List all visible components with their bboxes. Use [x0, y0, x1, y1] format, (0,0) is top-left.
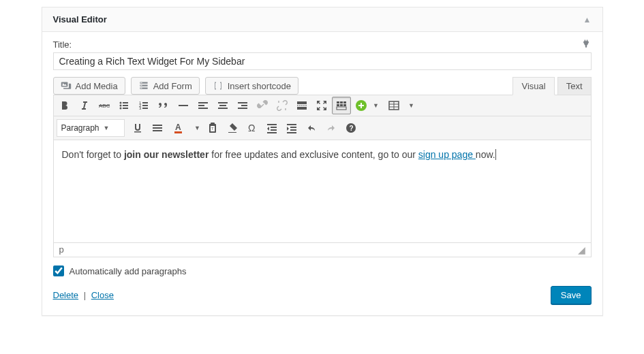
content-link[interactable]: sign up page [418, 149, 476, 160]
help-button[interactable]: ? [341, 119, 361, 137]
save-button[interactable]: Save [551, 286, 592, 304]
outdent-button[interactable] [262, 119, 281, 137]
svg-rect-5 [123, 105, 128, 106]
svg-rect-58 [290, 129, 296, 131]
blockquote-button[interactable] [154, 97, 173, 114]
insert-shortcode-label: Insert shortcode [228, 81, 291, 91]
table-button[interactable] [382, 97, 406, 114]
shortcode-icon [213, 80, 224, 91]
close-link[interactable]: Close [91, 290, 114, 300]
svg-text:A: A [175, 123, 181, 132]
numbered-list-button[interactable]: 123 [134, 97, 153, 114]
svg-rect-42 [153, 125, 162, 126]
align-right-button[interactable] [233, 97, 252, 114]
tab-text[interactable]: Text [557, 77, 592, 95]
svg-rect-28 [297, 107, 307, 110]
svg-rect-59 [287, 132, 296, 133]
editor-content-area[interactable]: Don't forget to join our newsletter for … [54, 140, 591, 242]
text-cursor [495, 149, 496, 160]
svg-rect-29 [337, 101, 339, 103]
svg-rect-9 [142, 102, 148, 103]
svg-rect-26 [297, 101, 307, 104]
title-input[interactable] [53, 52, 592, 70]
bold-button[interactable] [55, 97, 74, 114]
text-color-dropdown[interactable]: ▼ [193, 119, 202, 137]
delete-link[interactable]: Delete [53, 290, 79, 300]
unlink-button[interactable] [273, 97, 292, 114]
hr-button[interactable] [174, 97, 193, 114]
align-left-button[interactable] [194, 97, 213, 114]
link-button[interactable] [253, 97, 272, 114]
underline-button[interactable] [128, 119, 147, 137]
add-form-label: Add Form [153, 81, 192, 91]
editor-wrap: ABC 123 ▼ ▼ Paragra [53, 95, 592, 243]
svg-rect-43 [153, 127, 162, 129]
svg-point-6 [119, 108, 121, 110]
autop-row[interactable]: Automatically add paragraphs [53, 266, 592, 276]
svg-text:T: T [211, 127, 214, 131]
svg-rect-44 [153, 130, 162, 131]
svg-rect-22 [241, 105, 247, 106]
tab-visual[interactable]: Visual [512, 77, 554, 95]
media-icon [61, 80, 72, 91]
format-select-label: Paragraph [61, 123, 99, 133]
indent-button[interactable] [282, 119, 301, 137]
form-icon [138, 80, 149, 91]
redo-button[interactable] [322, 119, 341, 137]
table-dropdown[interactable]: ▼ [407, 97, 416, 114]
svg-point-2 [119, 102, 121, 104]
svg-rect-41 [134, 131, 141, 133]
svg-rect-32 [337, 104, 339, 106]
collapse-toggle-icon[interactable]: ▲ [583, 15, 592, 25]
svg-rect-55 [267, 132, 277, 133]
toolbar-toggle-button[interactable] [332, 97, 351, 114]
add-block-dropdown[interactable]: ▼ [371, 97, 381, 114]
chevron-down-icon: ▼ [104, 125, 110, 131]
svg-text:Ω: Ω [248, 123, 255, 133]
align-center-button[interactable] [213, 97, 232, 114]
svg-rect-35 [337, 107, 346, 110]
bullet-list-button[interactable] [114, 97, 134, 114]
svg-rect-11 [142, 105, 148, 106]
svg-text:?: ? [349, 125, 353, 132]
svg-rect-17 [198, 108, 208, 109]
autop-checkbox[interactable] [53, 266, 64, 276]
svg-rect-7 [123, 108, 128, 109]
undo-button[interactable] [302, 119, 321, 137]
media-buttons-row: Add Media Add Form Insert shortcode Visu… [53, 77, 592, 95]
text-color-button[interactable]: A [168, 119, 192, 137]
resize-handle-icon[interactable]: ◢ [578, 244, 585, 255]
add-media-button[interactable]: Add Media [53, 77, 125, 95]
add-form-button[interactable]: Add Form [131, 77, 200, 95]
insert-shortcode-button[interactable]: Insert shortcode [205, 77, 298, 95]
svg-rect-31 [343, 101, 346, 103]
plug-icon[interactable] [581, 39, 592, 50]
link-separator: | [84, 290, 86, 300]
read-more-button[interactable] [292, 97, 311, 114]
element-path[interactable]: p [59, 244, 64, 255]
add-block-button[interactable] [352, 97, 371, 114]
toolbar-row-2: Paragraph ▼ A ▼ T Ω ? [54, 116, 591, 140]
svg-text:3: 3 [139, 106, 142, 110]
toolbar-row-1: ABC 123 ▼ ▼ [54, 95, 591, 116]
special-char-button[interactable]: Ω [243, 119, 262, 137]
content-text-3: now. [476, 149, 495, 160]
title-row: Title: [53, 39, 592, 50]
svg-rect-52 [267, 124, 277, 125]
fullscreen-button[interactable] [312, 97, 331, 114]
clear-formatting-button[interactable] [223, 119, 242, 137]
svg-rect-20 [218, 108, 228, 109]
widget-header[interactable]: Visual Editor ▲ [42, 7, 602, 32]
svg-rect-33 [340, 104, 343, 106]
italic-button[interactable] [75, 97, 94, 114]
svg-rect-19 [219, 105, 226, 106]
strikethrough-button[interactable]: ABC [95, 97, 114, 114]
format-select[interactable]: Paragraph ▼ [57, 119, 125, 137]
svg-rect-15 [198, 102, 208, 103]
svg-rect-30 [340, 101, 343, 103]
widget-title: Visual Editor [53, 14, 107, 25]
autop-label: Automatically add paragraphs [70, 266, 187, 276]
paste-text-button[interactable]: T [203, 119, 222, 137]
justify-button[interactable] [148, 119, 167, 137]
svg-rect-3 [123, 102, 128, 103]
